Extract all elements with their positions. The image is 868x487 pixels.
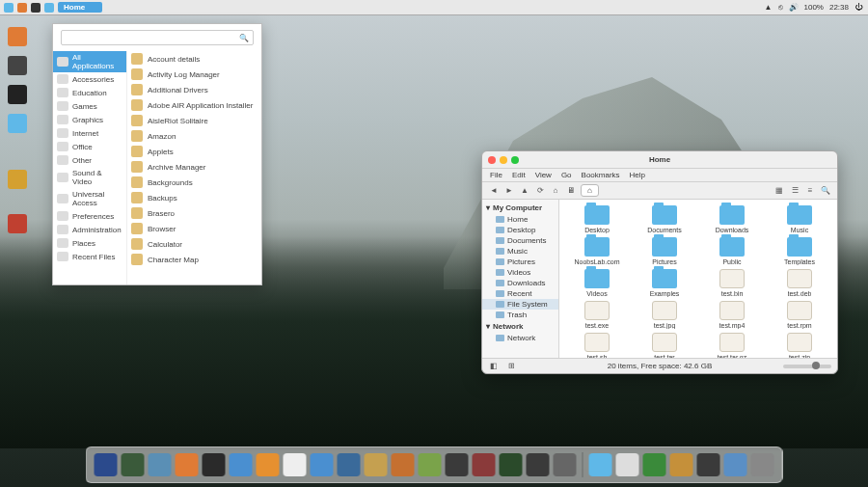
dock-app-icon[interactable] <box>176 453 199 476</box>
app-item[interactable]: AisleRiot Solitaire <box>127 113 261 128</box>
menu-go[interactable]: Go <box>561 171 572 179</box>
close-icon[interactable] <box>488 156 496 164</box>
appmenu-search-input[interactable] <box>66 34 239 42</box>
category-item[interactable]: Internet <box>53 126 126 140</box>
sidebar-item[interactable]: Videos <box>482 267 558 278</box>
category-item[interactable]: Recent Files <box>53 250 126 263</box>
user-icon[interactable]: ▲ <box>765 3 773 12</box>
menu-view[interactable]: View <box>535 171 552 179</box>
menu-bookmarks[interactable]: Bookmarks <box>582 171 620 179</box>
pane-toggle-icon[interactable]: ◧ <box>488 361 500 372</box>
category-item[interactable]: Other <box>53 153 126 167</box>
sidebar-item[interactable]: File System <box>482 299 558 310</box>
dock-app-icon[interactable] <box>122 453 145 476</box>
launcher-firefox-icon[interactable] <box>8 27 27 46</box>
back-icon[interactable]: ◄ <box>488 185 500 197</box>
file-item[interactable]: Public <box>698 237 766 265</box>
sidebar-item[interactable]: Home <box>482 214 558 225</box>
view-icons-icon[interactable]: ▦ <box>773 185 785 197</box>
file-item[interactable]: test.tar.gz <box>698 333 766 358</box>
minimize-icon[interactable] <box>500 156 507 164</box>
launcher-app-icon[interactable] <box>8 56 27 75</box>
app-item[interactable]: Additional Drivers <box>127 82 261 97</box>
network-icon[interactable]: ⎋ <box>778 3 783 12</box>
dock-app-icon[interactable] <box>589 453 612 476</box>
forward-icon[interactable]: ► <box>503 185 515 197</box>
app-item[interactable]: Browser <box>127 221 261 236</box>
category-item[interactable]: Administration <box>53 223 126 236</box>
dock-app-icon[interactable] <box>616 453 639 476</box>
file-item[interactable]: test.deb <box>766 269 833 297</box>
file-item[interactable]: test.rpm <box>766 301 833 329</box>
menu-help[interactable]: Help <box>630 171 645 179</box>
app-item[interactable]: Adobe AIR Application Installer <box>127 97 261 113</box>
sidebar-heading[interactable]: ▾My Computer <box>482 202 558 214</box>
dock-app-icon[interactable] <box>500 453 523 476</box>
dock-app-icon[interactable] <box>365 453 388 476</box>
app-item[interactable]: Character Map <box>127 252 261 267</box>
panel-menu-icon[interactable] <box>4 3 14 13</box>
dock-app-icon[interactable] <box>257 453 280 476</box>
dock-app-icon[interactable] <box>392 453 415 476</box>
file-item[interactable]: Videos <box>563 269 631 297</box>
session-icon[interactable]: ⏻ <box>854 3 862 12</box>
category-item[interactable]: Places <box>53 236 126 250</box>
reload-icon[interactable]: ⟳ <box>534 185 546 197</box>
category-item[interactable]: Accessories <box>53 72 126 86</box>
path-button[interactable]: ⌂ <box>581 184 599 197</box>
file-item[interactable]: test.sh <box>563 333 631 358</box>
home-icon[interactable]: ⌂ <box>550 185 561 197</box>
dock-app-icon[interactable] <box>446 453 469 476</box>
computer-icon[interactable]: 🖥 <box>565 185 577 197</box>
file-item[interactable]: Music <box>766 205 833 233</box>
file-item[interactable]: test.exe <box>563 301 631 329</box>
category-item[interactable]: Preferences <box>53 209 126 223</box>
app-item[interactable]: Archive Manager <box>127 159 261 175</box>
file-item[interactable]: test.bin <box>698 269 766 297</box>
file-item[interactable]: Templates <box>766 237 833 265</box>
sidebar-item[interactable]: Recent <box>482 288 558 299</box>
dock-app-icon[interactable] <box>149 453 172 476</box>
launcher-power-icon[interactable] <box>8 214 27 233</box>
category-item[interactable]: Sound & Video <box>53 167 126 188</box>
file-item[interactable]: NoobsLab.com <box>563 237 631 265</box>
app-item[interactable]: Account details <box>127 51 261 67</box>
app-item[interactable]: Brasero <box>127 205 261 221</box>
panel-files-icon[interactable] <box>44 3 54 13</box>
app-item[interactable]: Calculator <box>127 236 261 252</box>
app-item[interactable]: Backgrounds <box>127 175 261 190</box>
maximize-icon[interactable] <box>511 156 519 164</box>
clock[interactable]: 22:38 <box>829 3 849 12</box>
category-item[interactable]: All Applications <box>53 51 126 72</box>
file-item[interactable]: Documents <box>631 205 698 233</box>
dock-app-icon[interactable] <box>230 453 253 476</box>
launcher-app2-icon[interactable] <box>8 170 27 189</box>
category-item[interactable]: Games <box>53 99 126 113</box>
dock-app-icon[interactable] <box>284 453 307 476</box>
sidebar-item[interactable]: Music <box>482 246 558 257</box>
dock-app-icon[interactable] <box>697 453 720 476</box>
up-icon[interactable]: ▲ <box>519 185 530 197</box>
search-icon[interactable]: 🔍 <box>820 185 831 197</box>
panel-window-title[interactable]: Home <box>58 2 102 13</box>
category-item[interactable]: Graphics <box>53 113 126 126</box>
dock-app-icon[interactable] <box>554 453 577 476</box>
dock-app-icon[interactable] <box>419 453 442 476</box>
dock-app-icon[interactable] <box>527 453 550 476</box>
category-item[interactable]: Universal Access <box>53 188 126 209</box>
view-list-icon[interactable]: ☰ <box>789 185 800 197</box>
app-item[interactable]: Applets <box>127 144 261 159</box>
zoom-slider[interactable] <box>783 365 831 368</box>
view-compact-icon[interactable]: ≡ <box>804 185 816 197</box>
menu-edit[interactable]: Edit <box>512 171 526 179</box>
app-item[interactable]: Backups <box>127 190 261 205</box>
file-item[interactable]: test.mp4 <box>698 301 766 329</box>
dock-app-icon[interactable] <box>724 453 747 476</box>
sidebar-item[interactable]: Pictures <box>482 257 558 267</box>
file-item[interactable]: Desktop <box>563 205 631 233</box>
launcher-files-icon[interactable] <box>8 114 27 133</box>
fm-titlebar[interactable]: Home <box>482 151 837 169</box>
dock-app-icon[interactable] <box>473 453 496 476</box>
file-item[interactable]: Examples <box>631 269 698 297</box>
dock-app-icon[interactable] <box>95 453 118 476</box>
